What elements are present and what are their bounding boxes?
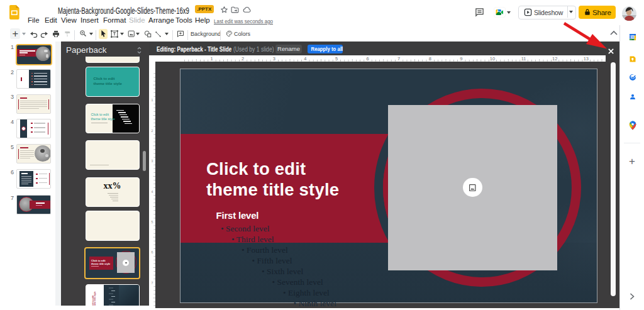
svg-text:12: 12	[552, 56, 557, 62]
svg-text:2: 2	[151, 128, 153, 132]
svg-text:7: 7	[151, 280, 153, 284]
svg-text:31: 31	[631, 36, 635, 39]
svg-text:9: 9	[460, 56, 462, 62]
svg-text:8: 8	[429, 56, 431, 62]
svg-text:6: 6	[367, 56, 369, 62]
svg-text:1: 1	[211, 56, 213, 62]
svg-text:4: 4	[304, 56, 306, 62]
svg-text:5: 5	[335, 56, 338, 62]
svg-text:6: 6	[151, 250, 153, 254]
svg-text:4: 4	[151, 189, 153, 193]
svg-text:5: 5	[151, 220, 153, 224]
svg-text:10: 10	[490, 56, 495, 62]
svg-text:3: 3	[273, 56, 275, 62]
svg-text:7: 7	[397, 56, 400, 62]
svg-text:13: 13	[584, 56, 589, 62]
svg-text:11: 11	[521, 56, 526, 62]
svg-text:3: 3	[151, 159, 153, 163]
svg-text:2: 2	[242, 56, 244, 62]
svg-text:1: 1	[151, 98, 153, 102]
